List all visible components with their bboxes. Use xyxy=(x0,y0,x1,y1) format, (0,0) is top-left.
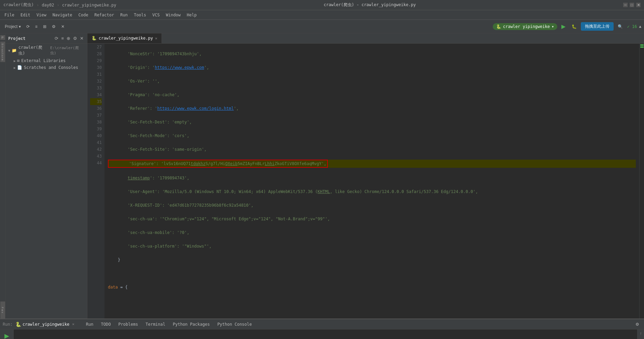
sidebar-collapse-btn[interactable]: ≡ xyxy=(60,35,65,42)
sidebar-close-btn[interactable]: ✕ xyxy=(79,35,84,42)
ln-40: 40 xyxy=(90,132,102,139)
tab-bar: 🐍 crawler_yipingweike.py ✕ xyxy=(87,33,644,44)
tab-close-btn[interactable]: ✕ xyxy=(155,36,157,41)
run-tab-close[interactable]: ✕ xyxy=(72,322,74,326)
menu-refactor[interactable]: Refactor xyxy=(92,12,117,18)
menu-vcs[interactable]: VCS xyxy=(150,12,163,18)
ln-44: 44 xyxy=(90,160,102,166)
tab-problems[interactable]: Problems xyxy=(115,321,141,328)
ln-33: 33 xyxy=(90,85,102,91)
folder-icon: 📁 xyxy=(12,48,17,53)
sidebar-item-scratches[interactable]: ▶ 📄 Scratches and Consoles xyxy=(5,64,87,71)
sidebar-item-crawler[interactable]: ▼ 📁 crawler(爬虫) E:\crawler(爬虫) xyxy=(5,44,87,57)
toolbar-close-button[interactable]: ✕ xyxy=(59,23,67,30)
tab-todo[interactable]: TODO xyxy=(98,321,114,328)
tree-arrow-icon: ▼ xyxy=(8,49,10,53)
code-line-31: 'Referer': 'https://www.epwk.com/login.h… xyxy=(108,105,636,112)
menu-view[interactable]: View xyxy=(34,12,49,18)
right-gutter xyxy=(639,44,644,319)
tab-crawler-yipingweike[interactable]: 🐍 crawler_yipingweike.py ✕ xyxy=(87,33,162,43)
toolbar-settings-button[interactable]: ⚙ xyxy=(50,23,58,30)
tab-run[interactable]: Run xyxy=(83,321,97,328)
code-line-39: 'sec-ch-ua': '"Chromium";v="124", "Micro… xyxy=(108,216,636,222)
main-layout: P S t r u c t u r e F a v Project ⟳ ≡ ⊕ … xyxy=(0,33,644,319)
code-line-37: 'User-Agent': 'Mozilla/5.0 (Windows NT 1… xyxy=(108,188,636,195)
maximize-button[interactable]: □ xyxy=(630,3,634,7)
editor-area: 🐍 crawler_yipingweike.py ✕ 27 28 29 30 3… xyxy=(87,33,644,319)
ln-38: 38 xyxy=(90,119,102,126)
toolbar-collapse-button[interactable]: ≡ xyxy=(33,23,40,30)
activity-structure-btn[interactable]: S t r u c t u r e xyxy=(0,42,5,62)
sidebar-item-path: E:\crawler(爬虫) xyxy=(50,45,84,56)
code-line-34: 'Sec-Fetch-Site': 'same-origin', xyxy=(108,146,636,153)
terminal-output: E:\crawler(爬虫)\day02\venv\Scripts\python… xyxy=(14,329,637,339)
menu-code[interactable]: Code xyxy=(76,12,91,18)
day-breadcrumb[interactable]: day02 xyxy=(42,3,54,8)
project-toggle-button[interactable]: Project ▾ xyxy=(3,23,23,30)
tab-python-console[interactable]: Python Console xyxy=(214,321,255,328)
tab-terminal[interactable]: Terminal xyxy=(142,321,169,328)
debug-button[interactable]: 🐛 xyxy=(570,23,579,30)
gutter-mark-2 xyxy=(640,46,644,48)
title-bar-title: crawler(爬虫) - crawler_yipingweike.py xyxy=(324,2,416,8)
tab-python-packages[interactable]: Python Packages xyxy=(169,321,213,328)
sidebar-scratches-label: Scratches and Consoles xyxy=(24,65,78,70)
menu-file[interactable]: File xyxy=(2,12,17,18)
file-breadcrumb[interactable]: crawler_yipingweike.py xyxy=(62,3,116,8)
menu-edit[interactable]: Edit xyxy=(18,12,33,18)
run-label: Run: xyxy=(3,322,13,327)
activity-project-btn[interactable]: P xyxy=(0,35,5,40)
run-config: 🐍 crawler yipingweike ▾ xyxy=(493,23,558,30)
code-line-28: 'Origin': 'https://www.epwk.com', xyxy=(108,64,636,71)
run-button[interactable]: ▶ xyxy=(559,22,568,31)
sidebar-sync-btn[interactable]: ⟳ xyxy=(54,35,59,42)
drag-upload-button[interactable]: 拖拽至此上传 xyxy=(581,22,614,31)
ln-28: 28 xyxy=(90,50,102,57)
right-expand-btn[interactable]: ↑ xyxy=(640,331,642,336)
activity-favorites-btn[interactable]: F a v xyxy=(0,301,5,319)
sidebar-title: Project xyxy=(8,36,26,41)
window-controls: ─ □ ✕ xyxy=(623,3,641,7)
bottom-panel: Run: 🐍 crawler_yipingweike ✕ Run TODO Pr… xyxy=(0,319,644,339)
ln-39: 39 xyxy=(90,126,102,132)
bottom-content: ▶ ↻ ■ ⬇ 🗑 🖨 🔧 E:\crawler(爬虫)\day02\venv\… xyxy=(0,329,644,339)
menu-bar: File Edit View Navigate Code Refactor Ru… xyxy=(0,10,644,20)
sidebar-item-external-libs[interactable]: ▶ ⊞ External Libraries xyxy=(5,57,87,64)
code-editor[interactable]: 27 28 29 30 31 32 33 34 35 36 37 38 39 4… xyxy=(87,44,644,319)
sidebar-settings-btn[interactable]: ⚙ xyxy=(72,35,78,42)
menu-tools[interactable]: Tools xyxy=(131,12,149,18)
close-button[interactable]: ✕ xyxy=(636,3,641,7)
minimize-button[interactable]: ─ xyxy=(623,3,628,7)
ln-43: 43 xyxy=(90,153,102,160)
ln-29: 29 xyxy=(90,57,102,64)
toolbar-expand-button[interactable]: ⊞ xyxy=(41,23,48,30)
sidebar-item-label: crawler(爬虫) xyxy=(18,45,48,56)
project-breadcrumb[interactable]: crawler(爬虫) xyxy=(3,2,34,8)
title-bar-left: crawler(爬虫) › day02 › crawler_yipingweik… xyxy=(3,2,116,8)
gutter-mark xyxy=(640,44,644,46)
menu-run[interactable]: Run xyxy=(117,12,130,18)
code-line-40: 'sec-ch-ua-mobile': '?0', xyxy=(108,229,636,236)
toolbar: Project ▾ ⟳ ≡ ⊞ ⚙ ✕ 🐍 crawler yipingweik… xyxy=(0,20,644,33)
title-bar: crawler(爬虫) › day02 › crawler_yipingweik… xyxy=(0,0,644,10)
sidebar-expand-btn[interactable]: ⊕ xyxy=(66,35,71,42)
code-line-44: data = { xyxy=(108,284,636,291)
run-again-button[interactable]: ▶ xyxy=(4,332,9,339)
menu-window[interactable]: Window xyxy=(163,12,183,18)
menu-navigate[interactable]: Navigate xyxy=(50,12,75,18)
ln-42: 42 xyxy=(90,146,102,153)
ln-30: 30 xyxy=(90,64,102,71)
search-button[interactable]: 🔍 xyxy=(616,23,625,30)
code-line-41: 'sec-ch-ua-platform': '"Windows"', xyxy=(108,243,636,250)
scratch-icon: 📄 xyxy=(17,65,22,70)
menu-help[interactable]: Help xyxy=(184,12,199,18)
ln-35: 35 xyxy=(90,98,102,105)
tree-arrow-icon-scratch: ▶ xyxy=(14,66,16,70)
code-line-33: 'Sec-Fetch-Mode': 'cors', xyxy=(108,132,636,139)
run-config-label: crawler yipingweike xyxy=(503,24,550,29)
scroll-arrow: ▲ xyxy=(639,24,641,29)
toolbar-sync-button[interactable]: ⟳ xyxy=(24,23,32,30)
toolbar-left: Project ▾ ⟳ ≡ ⊞ ⚙ ✕ xyxy=(3,23,67,30)
bottom-settings-btn[interactable]: ⚙ xyxy=(633,321,641,328)
run-config-icon: 🐍 xyxy=(496,24,501,29)
